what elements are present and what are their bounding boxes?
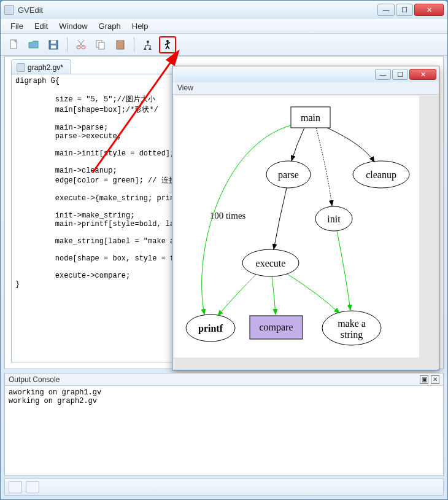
menu-window[interactable]: Window <box>54 20 92 32</box>
node-makestring-2: string <box>341 329 363 340</box>
console-title: Output Console <box>9 375 60 384</box>
close-button[interactable]: ✕ <box>414 4 444 16</box>
node-parse: parse <box>278 170 299 181</box>
menu-edit[interactable]: Edit <box>29 20 53 32</box>
svg-point-18 <box>166 40 169 42</box>
editor-tab-label: graph2.gv* <box>28 63 63 72</box>
open-file-button[interactable] <box>25 36 42 53</box>
svg-line-8 <box>78 40 83 47</box>
svg-rect-12 <box>118 40 122 42</box>
view-content: main parse cleanup init execute printf <box>172 95 439 370</box>
node-main: main <box>301 112 320 123</box>
svg-point-13 <box>147 41 149 43</box>
minimize-button[interactable]: — <box>377 4 395 16</box>
node-makestring-1: make a <box>338 318 366 329</box>
console-body[interactable]: aworking on graph1.gv working on graph2.… <box>5 386 443 408</box>
node-printf: printf <box>198 323 223 334</box>
run-button[interactable] <box>159 36 176 53</box>
view-maximize-button[interactable]: ☐ <box>392 69 408 80</box>
node-execute: execute <box>256 258 286 268</box>
toolbar <box>1 34 447 56</box>
new-file-button[interactable] <box>6 36 23 53</box>
menu-help[interactable]: Help <box>127 20 153 32</box>
console-undock-button[interactable]: ▣ <box>420 375 428 384</box>
save-file-button[interactable] <box>45 36 62 53</box>
file-icon <box>17 63 25 72</box>
node-cleanup: cleanup <box>366 170 396 181</box>
status-btn-2[interactable] <box>26 481 39 493</box>
status-btn-1[interactable] <box>9 481 22 493</box>
titlebar: GVEdit — ☐ ✕ <box>1 1 447 19</box>
node-compare: compare <box>259 322 293 333</box>
output-console: Output Console ▣ ✕ aworking on graph1.gv… <box>4 373 444 476</box>
node-init: init <box>327 214 341 224</box>
menubar: File Edit Window Graph Help <box>1 19 447 34</box>
layout-button[interactable] <box>139 36 156 53</box>
main-window: GVEdit — ☐ ✕ File Edit Window Graph Help… <box>0 0 448 500</box>
view-titlebar: — ☐ ✕ <box>172 66 439 82</box>
paste-button[interactable] <box>112 36 129 53</box>
app-title: GVEdit <box>18 6 377 15</box>
menu-file[interactable]: File <box>6 20 28 32</box>
svg-rect-4 <box>51 45 56 49</box>
console-close-button[interactable]: ✕ <box>431 375 439 384</box>
view-label: View <box>172 82 439 95</box>
menu-graph[interactable]: Graph <box>94 20 126 32</box>
view-minimize-button[interactable]: — <box>375 69 391 80</box>
copy-button[interactable] <box>92 36 109 53</box>
app-icon <box>4 5 14 15</box>
svg-rect-10 <box>99 42 104 49</box>
view-window: — ☐ ✕ View main parse cleanup <box>172 66 439 370</box>
edge-label-100times: 100 times <box>210 211 246 221</box>
statusbar <box>4 479 444 496</box>
editor-tab[interactable]: graph2.gv* <box>11 59 71 74</box>
maximize-button[interactable]: ☐ <box>396 4 413 16</box>
cut-button[interactable] <box>72 36 90 53</box>
svg-line-7 <box>79 40 84 47</box>
graph-canvas: main parse cleanup init execute printf <box>174 96 419 357</box>
svg-rect-11 <box>117 41 124 49</box>
view-close-button[interactable]: ✕ <box>409 69 436 80</box>
svg-rect-3 <box>51 41 56 44</box>
